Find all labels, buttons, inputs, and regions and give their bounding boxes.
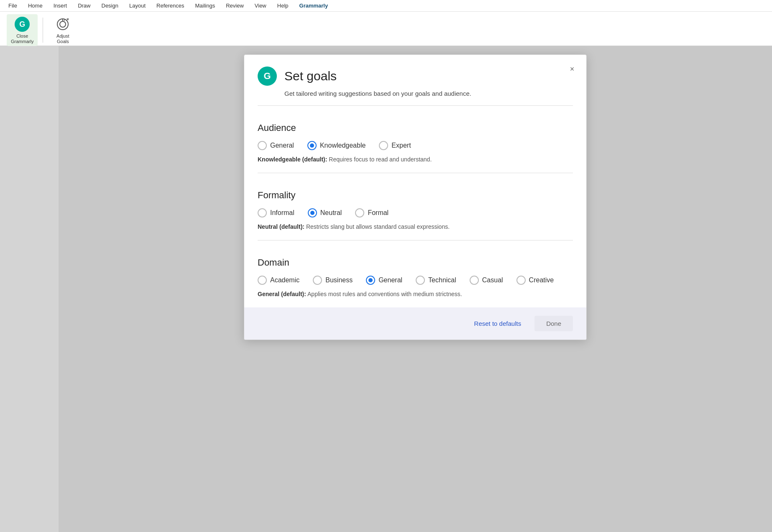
formality-description-bold: Neutral (default): — [258, 223, 304, 230]
dialog-title-row: G Set goals — [258, 66, 573, 86]
formality-description: Neutral (default): Restricts slang but a… — [258, 223, 573, 230]
tab-mailings[interactable]: Mailings — [190, 0, 220, 11]
audience-section: Audience General Kn — [258, 114, 573, 173]
audience-description-text: Requires focus to read and understand. — [327, 156, 432, 163]
close-grammarly-button[interactable]: G Close Grammarly — [7, 14, 38, 46]
dialog-overlay: G Set goals Get tailored writing suggest… — [59, 46, 772, 532]
domain-academic-option[interactable]: Academic — [258, 276, 299, 285]
domain-general-radio-fill — [368, 278, 373, 282]
domain-general-label: General — [378, 276, 402, 284]
dialog-title: Set goals — [284, 69, 337, 83]
ribbon: File Home Insert Draw Design Layout Refe… — [0, 0, 772, 46]
audience-description: Knowledgeable (default): Requires focus … — [258, 156, 573, 163]
domain-description-text: Applies most rules and conventions with … — [306, 291, 462, 297]
domain-technical-radio[interactable] — [416, 276, 425, 285]
tab-home[interactable]: Home — [23, 0, 48, 11]
audience-knowledgeable-radio-fill — [310, 143, 314, 148]
ribbon-divider-1 — [43, 18, 43, 43]
reset-to-defaults-button[interactable]: Reset to defaults — [468, 317, 528, 330]
tab-file[interactable]: File — [3, 0, 22, 11]
ribbon-buttons: G Close Grammarly Adjust Goals Status — [0, 12, 772, 49]
domain-business-label: Business — [325, 276, 353, 284]
formality-options-row: Informal Neutral Formal — [258, 208, 573, 217]
dialog-close-button[interactable]: × — [566, 63, 578, 75]
set-goals-dialog: G Set goals Get tailored writing suggest… — [244, 54, 587, 340]
formality-title: Formality — [258, 190, 573, 201]
dialog-header: G Set goals Get tailored writing suggest… — [244, 55, 586, 105]
domain-section: Domain Academic Business — [258, 249, 573, 307]
svg-line-3 — [64, 19, 65, 21]
audience-expert-option[interactable]: Expert — [379, 141, 411, 150]
tab-view[interactable]: View — [250, 0, 271, 11]
dialog-footer: Reset to defaults Done — [244, 307, 586, 340]
done-button[interactable]: Done — [534, 316, 573, 331]
audience-title: Audience — [258, 123, 573, 133]
tab-grammarly[interactable]: Grammarly — [294, 0, 333, 11]
domain-description-bold: General (default): — [258, 291, 306, 297]
formality-informal-label: Informal — [270, 209, 294, 217]
tab-layout[interactable]: Layout — [124, 0, 151, 11]
audience-options-row: General Knowledgeable — [258, 141, 573, 150]
domain-casual-option[interactable]: Casual — [470, 276, 503, 285]
audience-general-option[interactable]: General — [258, 141, 294, 150]
grammarly-logo: G — [15, 17, 30, 32]
domain-casual-label: Casual — [482, 276, 503, 284]
domain-general-radio[interactable] — [366, 276, 375, 285]
adjust-goals-label: Adjust Goals — [56, 33, 69, 44]
audience-general-radio[interactable] — [258, 141, 267, 150]
tab-references[interactable]: References — [151, 0, 189, 11]
audience-general-label: General — [270, 142, 294, 149]
sidebar-left — [0, 46, 59, 532]
formality-neutral-option[interactable]: Neutral — [308, 208, 342, 217]
adjust-goals-icon — [54, 16, 71, 33]
formality-formal-radio[interactable] — [355, 208, 364, 217]
divider-audience — [258, 105, 573, 106]
tab-insert[interactable]: Insert — [49, 0, 72, 11]
formality-neutral-label: Neutral — [320, 209, 342, 217]
dialog-subtitle: Get tailored writing suggestions based o… — [284, 90, 573, 97]
dialog-body: Audience General Kn — [244, 105, 586, 307]
audience-expert-label: Expert — [391, 142, 411, 149]
formality-formal-option[interactable]: Formal — [355, 208, 389, 217]
domain-business-option[interactable]: Business — [313, 276, 353, 285]
formality-description-text: Restricts slang but allows standard casu… — [304, 223, 450, 230]
formality-informal-option[interactable]: Informal — [258, 208, 294, 217]
domain-creative-label: Creative — [529, 276, 554, 284]
domain-academic-label: Academic — [270, 276, 299, 284]
close-grammarly-label: Close Grammarly — [11, 33, 33, 44]
formality-neutral-radio[interactable] — [308, 208, 317, 217]
formality-section: Formality Informal Neutral — [258, 182, 573, 240]
domain-description: General (default): Applies most rules an… — [258, 291, 573, 297]
audience-knowledgeable-radio[interactable] — [307, 141, 317, 150]
grammarly-icon: G — [14, 16, 31, 33]
domain-business-radio[interactable] — [313, 276, 322, 285]
domain-technical-option[interactable]: Technical — [416, 276, 456, 285]
adjust-goals-button[interactable]: Adjust Goals — [48, 14, 77, 46]
domain-academic-radio[interactable] — [258, 276, 267, 285]
audience-knowledgeable-option[interactable]: Knowledgeable — [307, 141, 366, 150]
tab-draw[interactable]: Draw — [73, 0, 95, 11]
tab-help[interactable]: Help — [272, 0, 294, 11]
divider-domain — [258, 240, 573, 240]
domain-casual-radio[interactable] — [470, 276, 479, 285]
domain-technical-label: Technical — [428, 276, 456, 284]
divider-formality — [258, 173, 573, 173]
domain-creative-radio[interactable] — [516, 276, 526, 285]
domain-general-option[interactable]: General — [366, 276, 402, 285]
audience-description-bold: Knowledgeable (default): — [258, 156, 327, 163]
tab-review[interactable]: Review — [221, 0, 249, 11]
audience-knowledgeable-label: Knowledgeable — [320, 142, 366, 149]
formality-neutral-radio-fill — [310, 211, 314, 215]
domain-options-row: Academic Business General — [258, 276, 573, 285]
domain-creative-option[interactable]: Creative — [516, 276, 554, 285]
tab-design[interactable]: Design — [97, 0, 123, 11]
dialog-grammarly-logo: G — [258, 66, 277, 86]
formality-formal-label: Formal — [368, 209, 389, 217]
ribbon-tab-bar: File Home Insert Draw Design Layout Refe… — [0, 0, 772, 12]
svg-point-1 — [60, 21, 66, 27]
audience-expert-radio[interactable] — [379, 141, 388, 150]
domain-title: Domain — [258, 257, 573, 268]
main-area: G Set goals Get tailored writing suggest… — [0, 46, 772, 532]
formality-informal-radio[interactable] — [258, 208, 267, 217]
